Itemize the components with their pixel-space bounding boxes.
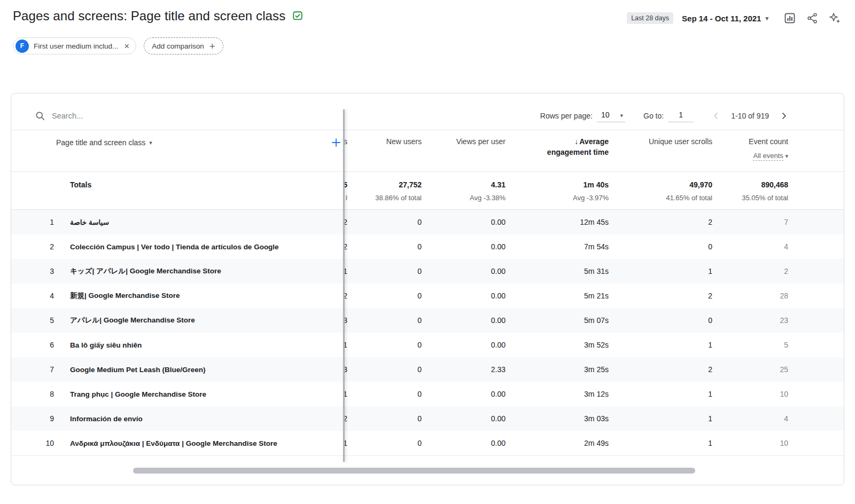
add-comparison-label: Add comparison bbox=[152, 42, 204, 50]
pagination-range: 1-10 of 919 bbox=[731, 112, 769, 120]
row-index: 8 bbox=[11, 390, 70, 398]
row-views-per-user: 0.00 bbox=[422, 242, 506, 251]
edit-comparisons-icon[interactable] bbox=[782, 11, 797, 26]
search-icon bbox=[35, 111, 45, 121]
row-event-count: 10 bbox=[712, 439, 788, 447]
previous-page-icon[interactable] bbox=[710, 109, 722, 122]
row-avg-engagement: 2m 49s bbox=[506, 439, 609, 447]
totals-row: Totals 5 l 27,752 38.86% of total 4.31 A… bbox=[11, 172, 844, 210]
row-avg-engagement: 3m 03s bbox=[506, 414, 609, 423]
comparison-chip-label: First user medium includ... bbox=[34, 42, 118, 50]
row-event-count: 23 bbox=[712, 316, 788, 325]
row-views-per-user: 0.00 bbox=[422, 267, 506, 275]
rows-per-page-value: 10 bbox=[601, 111, 610, 119]
row-unique-scrolls: 1 bbox=[609, 390, 712, 398]
share-icon[interactable] bbox=[805, 11, 820, 26]
row-avg-engagement: 3m 25s bbox=[506, 365, 609, 374]
chevron-down-icon: ▾ bbox=[765, 15, 768, 21]
row-page-title: سياسة خاصة bbox=[70, 218, 343, 226]
row-avg-engagement: 12m 45s bbox=[506, 218, 609, 226]
row-index: 5 bbox=[11, 316, 70, 325]
table-row: 8 Trang phục | Google Merchandise Store … bbox=[11, 382, 844, 406]
add-comparison-button[interactable]: Add comparison + bbox=[144, 37, 223, 54]
row-index: 7 bbox=[11, 365, 70, 374]
row-views-per-user: 0.00 bbox=[422, 341, 506, 349]
table-row: 2 Colección Campus | Ver todo | Tienda d… bbox=[11, 234, 844, 259]
table-search bbox=[35, 111, 222, 121]
row-unique-scrolls: 2 bbox=[609, 292, 712, 300]
close-icon[interactable]: × bbox=[123, 42, 130, 51]
dimension-header-label: Page title and screen class bbox=[56, 138, 145, 147]
row-page-title: アパレル| Google Merchandise Store bbox=[70, 316, 343, 325]
goto-label: Go to: bbox=[643, 112, 664, 120]
rows-per-page-label: Rows per page: bbox=[540, 112, 593, 120]
h-scrollbar-thumb[interactable] bbox=[133, 468, 695, 474]
row-views-per-user: 0.00 bbox=[422, 218, 506, 226]
totals-new-users-sub: 38.86% of total bbox=[347, 194, 422, 202]
data-quality-check-icon[interactable] bbox=[292, 10, 304, 22]
row-avg-engagement: 3m 52s bbox=[506, 341, 609, 349]
page-title: Pages and screens: Page title and screen… bbox=[13, 9, 285, 23]
goto-page-input[interactable] bbox=[668, 110, 694, 122]
column-header-unique-user-scrolls[interactable]: Unique user scrolls bbox=[609, 137, 712, 147]
row-views-per-user: 0.00 bbox=[422, 292, 506, 300]
comparison-chip[interactable]: F First user medium includ... × bbox=[13, 37, 136, 54]
row-index: 3 bbox=[11, 267, 70, 275]
totals-avg-engagement: 1m 40s bbox=[506, 180, 609, 189]
row-unique-scrolls: 1 bbox=[609, 439, 712, 447]
chevron-down-icon: ▾ bbox=[785, 153, 788, 159]
event-filter-dropdown[interactable]: All events ▾ bbox=[712, 151, 788, 161]
row-new-users: 0 bbox=[347, 390, 422, 398]
column-header-new-users[interactable]: New users bbox=[347, 137, 422, 147]
next-page-icon[interactable] bbox=[778, 109, 790, 122]
totals-views-per-user-sub: Avg -3.38% bbox=[422, 194, 506, 202]
row-new-users: 0 bbox=[347, 341, 422, 349]
row-event-count: 28 bbox=[712, 292, 788, 300]
table-row: 6 Ba lô giấy siêu nhiên 1 0 0.00 3m 52s … bbox=[11, 333, 844, 357]
report-table-card: Rows per page: 10 ▾ Go to: 1-10 of 919 P… bbox=[11, 93, 844, 485]
table-row: 10 Ανδρικά μπλουζάκια | Ενδύματα | Googl… bbox=[11, 431, 844, 455]
totals-avg-engagement-sub: Avg -3.97% bbox=[506, 194, 609, 202]
table-row: 4 新規| Google Merchandise Store 2 0 0.00 … bbox=[11, 284, 844, 308]
comparison-chips-row: F First user medium includ... × Add comp… bbox=[0, 26, 855, 54]
chevron-down-icon: ▾ bbox=[620, 113, 623, 119]
pagination-controls: Rows per page: 10 ▾ Go to: 1-10 of 919 bbox=[540, 109, 790, 122]
row-views-per-user: 0.00 bbox=[422, 414, 506, 423]
row-event-count: 2 bbox=[712, 267, 788, 275]
row-avg-engagement: 5m 31s bbox=[506, 267, 609, 275]
row-new-users: 0 bbox=[347, 292, 422, 300]
table-row: 3 キッズ| アパレル| Google Merchandise Store 1 … bbox=[11, 259, 844, 284]
row-index: 6 bbox=[11, 341, 70, 349]
dimension-header-dropdown[interactable]: Page title and screen class ▾ bbox=[56, 138, 152, 147]
row-avg-engagement: 3m 12s bbox=[506, 390, 609, 398]
plus-icon: + bbox=[209, 41, 215, 51]
row-new-users: 0 bbox=[347, 242, 422, 251]
row-index: 1 bbox=[11, 218, 70, 226]
totals-unique-scrolls-sub: 41.65% of total bbox=[609, 194, 712, 202]
table-row: 7 Google Medium Pet Leash (Blue/Green) 3… bbox=[11, 357, 844, 382]
row-unique-scrolls: 2 bbox=[609, 218, 712, 226]
frozen-column-divider[interactable] bbox=[343, 109, 345, 462]
add-metric-icon[interactable] bbox=[330, 137, 342, 148]
row-index: 4 bbox=[11, 292, 70, 300]
row-event-count: 10 bbox=[712, 390, 788, 398]
row-page-title: 新規| Google Merchandise Store bbox=[70, 291, 343, 301]
search-input[interactable] bbox=[51, 111, 222, 121]
date-range-selector[interactable]: Sep 14 - Oct 11, 2021 ▾ bbox=[682, 14, 768, 23]
row-page-title: Información de envío bbox=[70, 415, 343, 423]
row-index: 10 bbox=[11, 439, 70, 447]
column-header-avg-engagement[interactable]: ↓Average engagement time bbox=[506, 137, 609, 158]
row-event-count: 25 bbox=[712, 365, 788, 374]
row-views-per-user: 0.00 bbox=[422, 316, 506, 325]
table-row: 9 Información de envío 2 0 0.00 3m 03s 1… bbox=[11, 406, 844, 431]
insights-icon[interactable] bbox=[827, 11, 842, 26]
date-preset-badge: Last 28 days bbox=[627, 12, 673, 24]
row-unique-scrolls: 1 bbox=[609, 267, 712, 275]
row-event-count: 4 bbox=[712, 242, 788, 251]
comparison-avatar: F bbox=[15, 40, 29, 53]
rows-per-page-select[interactable]: 10 ▾ bbox=[597, 109, 625, 122]
column-header-views-per-user[interactable]: Views per user bbox=[422, 137, 506, 147]
column-header-event-count[interactable]: Event count All events ▾ bbox=[712, 137, 788, 161]
report-header: Pages and screens: Page title and screen… bbox=[0, 0, 855, 26]
row-page-title: Ba lô giấy siêu nhiên bbox=[70, 341, 343, 349]
